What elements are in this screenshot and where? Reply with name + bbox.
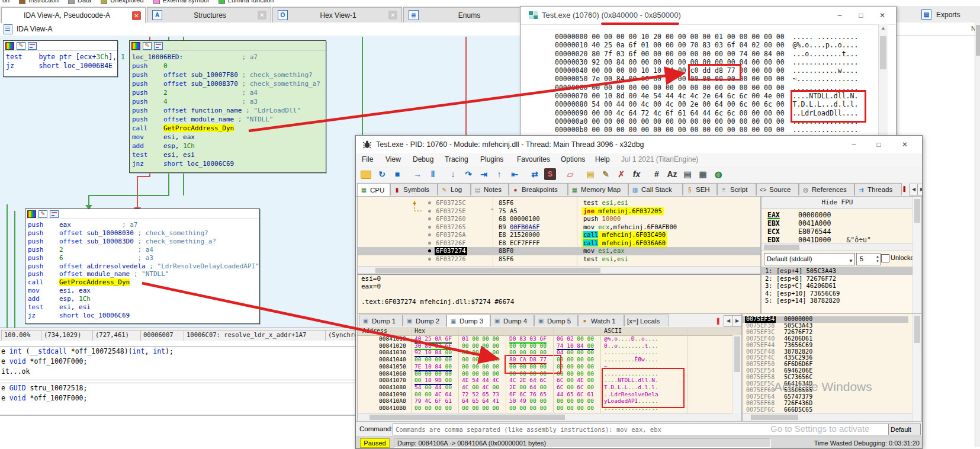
- stack-hscrollbar[interactable]: [743, 413, 913, 422]
- asm-line[interactable]: push 2 ; a4: [132, 88, 323, 97]
- tab-structures[interactable]: AStructures✕: [147, 7, 271, 23]
- dump-row[interactable]: 0084102030 80 03 6F00 00 00 0000 00 00 0…: [358, 342, 725, 349]
- memory-icon[interactable]: ▤: [682, 168, 693, 180]
- disasm-row[interactable]: 6F03726FE8 ECF7FFFFcall mfehcinj.6F036A6…: [358, 239, 760, 248]
- command-mode-dropdown[interactable]: Default: [888, 424, 921, 435]
- tab-breakpoints[interactable]: ●Breakpoints: [509, 183, 568, 195]
- menu-view[interactable]: View: [385, 155, 401, 163]
- dump-hscrollbar[interactable]: [358, 413, 741, 422]
- asm-line[interactable]: add esp, 1Ch: [28, 295, 257, 303]
- background-vscrollbar[interactable]: [975, 23, 980, 447]
- breakpoint-dot[interactable]: [428, 242, 431, 245]
- menu-favourites[interactable]: Favourites: [517, 155, 550, 163]
- stack-row[interactable]: 0075EF4473656C69: [743, 342, 908, 349]
- disasm-hscrollbar[interactable]: [358, 266, 760, 274]
- hexwin-title-bar[interactable]: Test.exe (10760) (0x840000 - 0x850000) –…: [520, 7, 896, 25]
- command-input[interactable]: [393, 424, 909, 435]
- menu-plugins[interactable]: Plugins: [480, 155, 503, 163]
- menu-debug[interactable]: Debug: [413, 155, 433, 163]
- close-icon[interactable]: ✕: [388, 11, 397, 20]
- ida-output-panel-1[interactable]: e int (__stdcall *off_10072548)(int, int…: [0, 346, 379, 380]
- registers-panel[interactable]: Hide FPU EAX00000000EBX0041A000ECXE80765…: [761, 196, 922, 315]
- disasm-row[interactable]: 6F0372748BF0mov esi,eax: [358, 247, 760, 255]
- disasm-row[interactable]: 6F03727685F6test esi,esi: [358, 255, 760, 264]
- clear-icon[interactable]: ✗: [615, 168, 627, 180]
- dump-row[interactable]: 0084101040 25 0A 6F01 00 00 00D0 83 03 6…: [358, 335, 725, 342]
- edit-icon[interactable]: ✎: [600, 168, 612, 180]
- hex-row[interactable]: 000000b0 00 00 00 00 00 00 00 00 00 00 0…: [555, 126, 897, 134]
- tab-dump-5[interactable]: ▣Dump 5: [534, 315, 578, 326]
- asm-line[interactable]: push 6 ; a3: [28, 254, 257, 262]
- scroll-thumb[interactable]: [914, 199, 920, 223]
- hex-row[interactable]: 00000020 80 7f 03 6f 00 00 00 00 00 00 0…: [555, 50, 897, 58]
- open-file-icon[interactable]: [361, 171, 371, 179]
- hex-viewer-window[interactable]: Test.exe (10760) (0x840000 - 0x850000) –…: [520, 6, 897, 139]
- maximize-button[interactable]: □: [870, 138, 888, 151]
- breakpoint-dot[interactable]: [428, 217, 431, 220]
- asm-line[interactable]: push offset sub_10008370 ; check_somethi…: [132, 79, 323, 88]
- asm-line[interactable]: push offset module_name ; "NTDLL": [132, 115, 323, 124]
- tab-enums[interactable]: ≣Enums✕: [403, 7, 534, 23]
- dump-vscrollbar[interactable]: [732, 335, 741, 413]
- tab-watch-1[interactable]: ●Watch 1: [578, 315, 624, 326]
- tab-source[interactable]: <>Source: [756, 183, 799, 195]
- register-row[interactable]: EBX0041A000: [767, 219, 831, 227]
- asm-line[interactable]: push offset module_name ; "NTDLL": [28, 270, 257, 278]
- asm-line[interactable]: push offset function_name ; "LdrLoadDll": [132, 106, 323, 115]
- run-icon[interactable]: →: [412, 168, 423, 180]
- scroll-thumb[interactable]: [751, 415, 798, 420]
- scroll-thumb[interactable]: [369, 415, 565, 420]
- scroll-up-icon[interactable]: ▲: [879, 24, 888, 33]
- asm-line[interactable]: push offset sub_100083D0 ; check_somethi…: [28, 238, 257, 246]
- asm-line[interactable]: push offset sub_10008030 ; check_somethi…: [28, 229, 257, 238]
- spinner-arrows-icon[interactable]: ▲▼: [876, 254, 879, 264]
- calling-convention-select[interactable]: Default (stdcall)▼: [764, 253, 855, 265]
- asm-line[interactable]: add esp, 1Ch: [132, 142, 323, 150]
- minimize-button[interactable]: –: [845, 138, 863, 151]
- register-row[interactable]: EAX00000000: [767, 211, 831, 219]
- graph-icon[interactable]: [50, 210, 59, 218]
- tab-symbols[interactable]: ▮Symbols: [390, 183, 438, 195]
- scylla-icon[interactable]: S: [544, 168, 556, 180]
- tab-call-stack[interactable]: ▥Call Stack: [628, 183, 683, 195]
- menu-file[interactable]: File: [362, 155, 373, 163]
- asm-line[interactable]: loc_10006BED: ; a7: [132, 53, 323, 62]
- disasm-row[interactable]: 6F03726068 00000100push 10000: [358, 215, 760, 223]
- tab-[x=]-locals[interactable]: [x=] Locals: [624, 315, 669, 326]
- scroll-thumb[interactable]: [880, 36, 886, 69]
- disasm-row[interactable]: 6F03725C85F6test esi,esi: [358, 199, 760, 207]
- asm-line[interactable]: test esi, esi: [28, 303, 257, 312]
- asm-line[interactable]: push offset aLdrresolvedela ; "LdrResolv…: [28, 262, 257, 271]
- close-icon[interactable]: ✕: [258, 11, 266, 20]
- tab-dump-4[interactable]: ▣Dump 4: [490, 315, 534, 326]
- close-button[interactable]: ✕: [873, 9, 891, 22]
- breakpoint-dot[interactable]: [428, 233, 431, 236]
- step-into-icon[interactable]: ↓: [447, 168, 459, 180]
- stack-row[interactable]: 0075EF4046206D61: [743, 336, 908, 342]
- hash-icon[interactable]: #: [651, 168, 663, 180]
- tab-seh[interactable]: §SEH: [683, 183, 717, 195]
- tab-hex-view-1[interactable]: OHex View-1✕: [272, 7, 402, 23]
- tab-cpu[interactable]: ▦CPU: [357, 183, 390, 196]
- edit-icon[interactable]: ✎: [17, 42, 25, 50]
- asm-line[interactable]: push 4 ; a3: [132, 97, 323, 106]
- unlocked-checkbox[interactable]: [881, 254, 889, 262]
- tab-scroll-left-button[interactable]: ◀: [724, 315, 733, 327]
- globe-icon[interactable]: ◍: [712, 168, 724, 180]
- graph-icon[interactable]: [28, 42, 37, 50]
- breakpoint-dot[interactable]: [428, 249, 431, 252]
- ida-output-panel-2[interactable]: e GUID stru_10072518;e void *off_1007F00…: [0, 383, 379, 416]
- menu-tracing[interactable]: Tracing: [445, 155, 468, 163]
- tab-log[interactable]: ✎Log: [438, 183, 471, 195]
- stack-row[interactable]: 0075EF6C666D5C65: [743, 407, 908, 413]
- breakpoint-dot[interactable]: [428, 201, 431, 204]
- close-icon[interactable]: ✕: [132, 11, 141, 20]
- asm-line[interactable]: push 2 ; a4: [28, 246, 257, 254]
- call-arguments-list[interactable]: 1: [esp+4] 505C3A432: [esp+8] 72676F723:…: [761, 267, 913, 314]
- asm-line[interactable]: call GetProcAddress_Dyn: [132, 124, 323, 133]
- disassembly-panel[interactable]: EIP 6F03725C85F6test esi,esi^6F03725E75 …: [357, 196, 761, 275]
- tab-memory-map[interactable]: ▦Memory Map: [568, 183, 628, 195]
- palette-icon[interactable]: [131, 42, 140, 50]
- hide-fpu-button[interactable]: Hide FPU: [761, 197, 913, 209]
- arg-count-spinner[interactable]: 5▲▼: [856, 253, 881, 265]
